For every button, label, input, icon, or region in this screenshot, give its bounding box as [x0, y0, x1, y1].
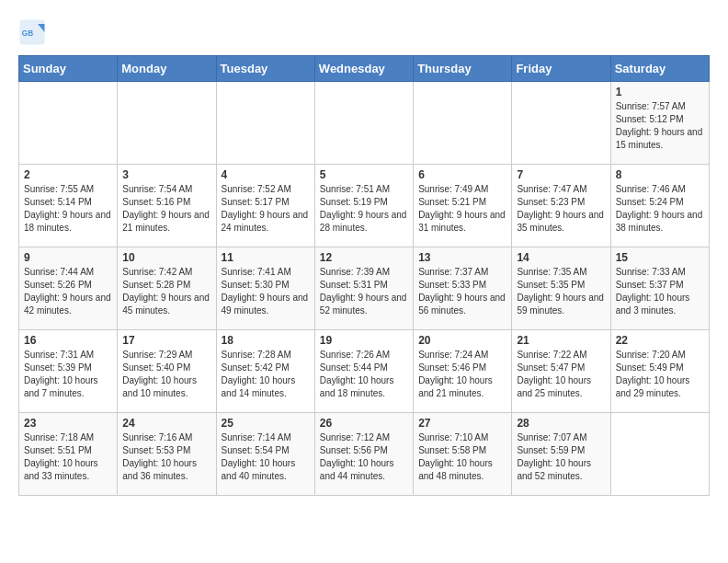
day-number: 6: [418, 168, 506, 181]
day-info: Sunrise: 7:52 AM Sunset: 5:17 PM Dayligh…: [222, 183, 310, 235]
calendar-cell: 25Sunrise: 7:14 AM Sunset: 5:54 PM Dayli…: [216, 413, 314, 496]
day-number: 23: [24, 417, 112, 430]
calendar-cell: 9Sunrise: 7:44 AM Sunset: 5:26 PM Daylig…: [19, 247, 118, 330]
calendar-cell: 20Sunrise: 7:24 AM Sunset: 5:46 PM Dayli…: [414, 330, 512, 413]
day-number: 28: [517, 417, 605, 430]
day-info: Sunrise: 7:26 AM Sunset: 5:44 PM Dayligh…: [320, 349, 408, 400]
day-number: 8: [616, 168, 704, 181]
day-info: Sunrise: 7:37 AM Sunset: 5:33 PM Dayligh…: [418, 266, 506, 317]
page-header: GB: [18, 18, 710, 46]
day-number: 26: [320, 417, 408, 430]
day-number: 21: [517, 334, 605, 347]
calendar-cell: [216, 82, 314, 165]
day-number: 19: [320, 334, 408, 347]
calendar-cell: 28Sunrise: 7:07 AM Sunset: 5:59 PM Dayli…: [512, 413, 610, 496]
calendar-cell: 8Sunrise: 7:46 AM Sunset: 5:24 PM Daylig…: [610, 165, 709, 247]
calendar-cell: [512, 82, 610, 165]
calendar-cell: 21Sunrise: 7:22 AM Sunset: 5:47 PM Dayli…: [512, 330, 610, 413]
day-number: 15: [616, 251, 704, 264]
calendar-cell: 2Sunrise: 7:55 AM Sunset: 5:14 PM Daylig…: [19, 165, 118, 247]
calendar-cell: 11Sunrise: 7:41 AM Sunset: 5:30 PM Dayli…: [216, 247, 314, 330]
day-info: Sunrise: 7:35 AM Sunset: 5:35 PM Dayligh…: [517, 266, 605, 317]
calendar-cell: [19, 82, 118, 165]
day-info: Sunrise: 7:47 AM Sunset: 5:23 PM Dayligh…: [517, 183, 605, 235]
day-info: Sunrise: 7:28 AM Sunset: 5:42 PM Dayligh…: [222, 349, 310, 400]
day-info: Sunrise: 7:54 AM Sunset: 5:16 PM Dayligh…: [122, 183, 210, 235]
day-number: 5: [320, 168, 408, 181]
calendar-cell: 27Sunrise: 7:10 AM Sunset: 5:58 PM Dayli…: [414, 413, 512, 496]
day-number: 14: [517, 251, 605, 264]
calendar-cell: 6Sunrise: 7:49 AM Sunset: 5:21 PM Daylig…: [414, 165, 512, 247]
calendar-cell: 3Sunrise: 7:54 AM Sunset: 5:16 PM Daylig…: [118, 165, 216, 247]
calendar-cell: 12Sunrise: 7:39 AM Sunset: 5:31 PM Dayli…: [314, 247, 413, 330]
column-header-wednesday: Wednesday: [314, 56, 413, 82]
calendar-cell: [314, 82, 413, 165]
calendar-cell: 18Sunrise: 7:28 AM Sunset: 5:42 PM Dayli…: [216, 330, 314, 413]
day-info: Sunrise: 7:31 AM Sunset: 5:39 PM Dayligh…: [24, 349, 112, 400]
day-info: Sunrise: 7:10 AM Sunset: 5:58 PM Dayligh…: [418, 431, 506, 483]
svg-text:GB: GB: [22, 29, 33, 38]
day-info: Sunrise: 7:44 AM Sunset: 5:26 PM Dayligh…: [24, 266, 112, 317]
calendar-cell: 17Sunrise: 7:29 AM Sunset: 5:40 PM Dayli…: [118, 330, 216, 413]
calendar-cell: 13Sunrise: 7:37 AM Sunset: 5:33 PM Dayli…: [414, 247, 512, 330]
calendar-cell: 1Sunrise: 7:57 AM Sunset: 5:12 PM Daylig…: [610, 82, 709, 165]
day-info: Sunrise: 7:33 AM Sunset: 5:37 PM Dayligh…: [616, 266, 704, 317]
calendar-cell: 19Sunrise: 7:26 AM Sunset: 5:44 PM Dayli…: [314, 330, 413, 413]
day-number: 13: [418, 251, 506, 264]
day-number: 24: [122, 417, 210, 430]
day-info: Sunrise: 7:24 AM Sunset: 5:46 PM Dayligh…: [418, 349, 506, 400]
calendar-cell: 7Sunrise: 7:47 AM Sunset: 5:23 PM Daylig…: [512, 165, 610, 247]
day-info: Sunrise: 7:18 AM Sunset: 5:51 PM Dayligh…: [24, 431, 112, 483]
calendar-cell: 16Sunrise: 7:31 AM Sunset: 5:39 PM Dayli…: [19, 330, 118, 413]
day-info: Sunrise: 7:39 AM Sunset: 5:31 PM Dayligh…: [320, 266, 408, 317]
day-number: 2: [24, 168, 112, 181]
day-number: 27: [418, 417, 506, 430]
day-number: 12: [320, 251, 408, 264]
calendar-cell: 22Sunrise: 7:20 AM Sunset: 5:49 PM Dayli…: [610, 330, 709, 413]
day-info: Sunrise: 7:29 AM Sunset: 5:40 PM Dayligh…: [122, 349, 210, 400]
calendar-cell: [118, 82, 216, 165]
day-number: 20: [418, 334, 506, 347]
day-number: 3: [122, 168, 210, 181]
day-info: Sunrise: 7:12 AM Sunset: 5:56 PM Dayligh…: [320, 431, 408, 483]
day-number: 18: [222, 334, 310, 347]
day-number: 9: [24, 251, 112, 264]
calendar-cell: 4Sunrise: 7:52 AM Sunset: 5:17 PM Daylig…: [216, 165, 314, 247]
day-number: 1: [616, 86, 704, 98]
day-number: 25: [222, 417, 310, 430]
calendar-table: SundayMondayTuesdayWednesdayThursdayFrid…: [18, 55, 710, 496]
calendar-cell: 10Sunrise: 7:42 AM Sunset: 5:28 PM Dayli…: [118, 247, 216, 330]
day-number: 7: [517, 168, 605, 181]
day-number: 10: [122, 251, 210, 264]
day-number: 4: [222, 168, 310, 181]
day-info: Sunrise: 7:41 AM Sunset: 5:30 PM Dayligh…: [222, 266, 310, 317]
day-info: Sunrise: 7:16 AM Sunset: 5:53 PM Dayligh…: [122, 431, 210, 483]
day-info: Sunrise: 7:49 AM Sunset: 5:21 PM Dayligh…: [418, 183, 506, 235]
column-header-saturday: Saturday: [610, 56, 709, 82]
day-info: Sunrise: 7:51 AM Sunset: 5:19 PM Dayligh…: [320, 183, 408, 235]
day-number: 22: [616, 334, 704, 347]
calendar-cell: 26Sunrise: 7:12 AM Sunset: 5:56 PM Dayli…: [314, 413, 413, 496]
calendar-cell: 23Sunrise: 7:18 AM Sunset: 5:51 PM Dayli…: [19, 413, 118, 496]
column-header-friday: Friday: [512, 56, 610, 82]
calendar-cell: [610, 413, 709, 496]
calendar-cell: 5Sunrise: 7:51 AM Sunset: 5:19 PM Daylig…: [314, 165, 413, 247]
column-header-monday: Monday: [118, 56, 216, 82]
column-header-sunday: Sunday: [19, 56, 118, 82]
day-info: Sunrise: 7:42 AM Sunset: 5:28 PM Dayligh…: [122, 266, 210, 317]
calendar-cell: 15Sunrise: 7:33 AM Sunset: 5:37 PM Dayli…: [610, 247, 709, 330]
day-number: 11: [222, 251, 310, 264]
calendar-cell: 24Sunrise: 7:16 AM Sunset: 5:53 PM Dayli…: [118, 413, 216, 496]
day-info: Sunrise: 7:46 AM Sunset: 5:24 PM Dayligh…: [616, 183, 704, 235]
logo-icon: GB: [18, 18, 46, 46]
day-info: Sunrise: 7:14 AM Sunset: 5:54 PM Dayligh…: [222, 431, 310, 483]
day-info: Sunrise: 7:07 AM Sunset: 5:59 PM Dayligh…: [517, 431, 605, 483]
day-number: 16: [24, 334, 112, 347]
logo: GB: [18, 18, 48, 46]
column-header-thursday: Thursday: [414, 56, 512, 82]
calendar-cell: [414, 82, 512, 165]
day-info: Sunrise: 7:22 AM Sunset: 5:47 PM Dayligh…: [517, 349, 605, 400]
calendar-cell: 14Sunrise: 7:35 AM Sunset: 5:35 PM Dayli…: [512, 247, 610, 330]
day-info: Sunrise: 7:55 AM Sunset: 5:14 PM Dayligh…: [24, 183, 112, 235]
day-info: Sunrise: 7:57 AM Sunset: 5:12 PM Dayligh…: [616, 100, 704, 152]
